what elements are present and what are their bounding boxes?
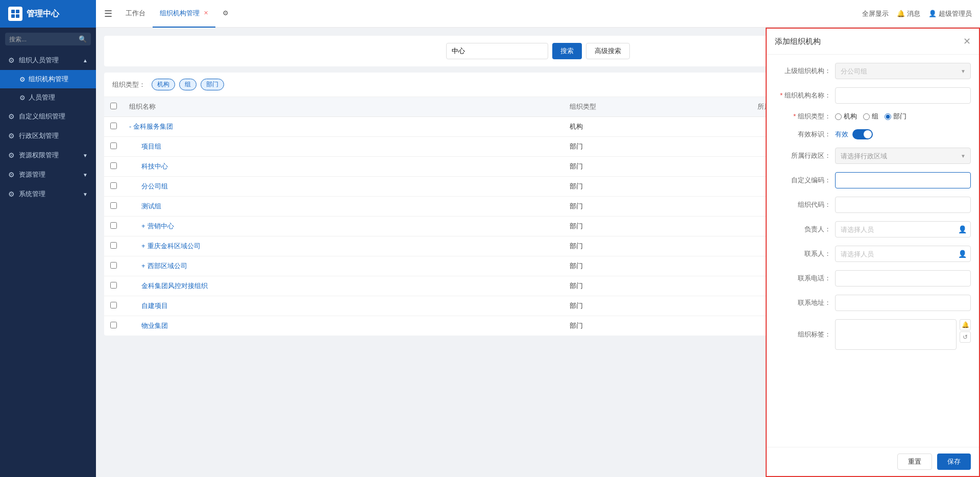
row-checkbox[interactable] bbox=[110, 302, 117, 308]
sidebar-item-org-management[interactable]: ⚙ 组织机构管理 bbox=[0, 70, 96, 88]
filter-tag-zu[interactable]: 组 bbox=[179, 79, 197, 90]
search-icon[interactable]: 🔍 bbox=[79, 35, 87, 43]
main-area: ☰ 工作台 组织机构管理 ✕ ⚙ 全屏显示 🔔 消息 👤 超级管理员 bbox=[96, 0, 980, 477]
org-name-input[interactable] bbox=[835, 87, 971, 104]
parent-org-select[interactable]: 分公司组 bbox=[835, 63, 971, 79]
advanced-search-button[interactable]: 高级搜索 bbox=[586, 43, 630, 59]
search-button[interactable]: 搜索 bbox=[552, 43, 582, 59]
custom-code-input[interactable] bbox=[835, 172, 971, 188]
chevron-up-icon: ▲ bbox=[83, 58, 88, 63]
expand-icon[interactable]: - bbox=[129, 123, 131, 130]
svg-rect-3 bbox=[16, 14, 19, 18]
org-type-cell: 部门 bbox=[564, 217, 751, 236]
row-checkbox[interactable] bbox=[110, 162, 117, 169]
phone-input[interactable] bbox=[835, 270, 971, 287]
tab-workbench[interactable]: 工作台 bbox=[118, 0, 153, 28]
filter-tag-jigou[interactable]: 机构 bbox=[152, 79, 175, 90]
hamburger-icon[interactable]: ☰ bbox=[104, 8, 112, 19]
org-type-label: 组织类型： bbox=[775, 112, 831, 121]
person-icon-contact: 👤 bbox=[958, 250, 967, 258]
org-name-link[interactable]: 重庆金科区域公司 bbox=[148, 242, 201, 250]
sidebar-item-sys-mgmt[interactable]: ⚙ 系统管理 ▼ bbox=[0, 184, 96, 204]
radio-bumen-input[interactable] bbox=[885, 113, 891, 120]
row-checkbox[interactable] bbox=[110, 142, 117, 149]
custom-code-label: 自定义编码： bbox=[775, 176, 831, 185]
filter-tag-bumen[interactable]: 部门 bbox=[201, 79, 224, 90]
radio-jigou-input[interactable] bbox=[835, 113, 842, 120]
org-name-link[interactable]: 西部区域公司 bbox=[148, 262, 187, 270]
tag-input[interactable] bbox=[835, 319, 957, 350]
address-input[interactable] bbox=[835, 295, 971, 311]
expand-icon[interactable]: + bbox=[141, 262, 145, 270]
org-type-cell: 部门 bbox=[564, 157, 751, 177]
contact-input[interactable] bbox=[835, 246, 971, 262]
row-checkbox[interactable] bbox=[110, 182, 117, 189]
org-name-link[interactable]: 营销中心 bbox=[148, 222, 174, 230]
sidebar-item-resource-perm[interactable]: ⚙ 资源权限管理 ▼ bbox=[0, 146, 96, 165]
user-button[interactable]: 👤 超级管理员 bbox=[928, 9, 972, 18]
custom-icon: ⚙ bbox=[8, 112, 15, 121]
org-name-link[interactable]: 金科集团风控对接组织 bbox=[141, 282, 208, 290]
tag-bell-icon[interactable]: 🔔 bbox=[960, 319, 971, 330]
panel-body: 上级组织机构： 分公司组 ▼ 组织机构名称： 组织类型： bbox=[767, 55, 979, 447]
owner-input-wrap: 👤 bbox=[835, 221, 971, 237]
org-name-link[interactable]: 测试组 bbox=[141, 202, 161, 210]
row-checkbox[interactable] bbox=[110, 322, 117, 328]
sidebar-item-people-management[interactable]: ⚙ 人员管理 bbox=[0, 88, 96, 107]
org-name-link[interactable]: 金科服务集团 bbox=[133, 123, 173, 130]
row-checkbox[interactable] bbox=[110, 202, 117, 209]
row-checkbox[interactable] bbox=[110, 222, 117, 229]
sidebar-item-people-label: 人员管理 bbox=[29, 93, 55, 102]
valid-toggle[interactable] bbox=[852, 129, 873, 139]
messages-button[interactable]: 🔔 消息 bbox=[897, 9, 920, 18]
district-label: 所属行政区： bbox=[775, 151, 831, 160]
org-code-input[interactable] bbox=[835, 197, 971, 213]
form-row-org-code: 组织代码： bbox=[775, 197, 971, 213]
fullscreen-button[interactable]: 全屏显示 bbox=[862, 9, 889, 18]
contact-input-wrap: 👤 bbox=[835, 246, 971, 262]
tag-refresh-icon[interactable]: ↺ bbox=[960, 331, 971, 343]
org-type-cell: 部门 bbox=[564, 276, 751, 296]
row-checkbox[interactable] bbox=[110, 242, 117, 249]
owner-label: 负责人： bbox=[775, 225, 831, 234]
sidebar-item-resource-mgmt[interactable]: ⚙ 资源管理 ▼ bbox=[0, 165, 96, 184]
select-all-checkbox[interactable] bbox=[110, 103, 117, 109]
search-input[interactable] bbox=[446, 43, 548, 59]
form-row-valid: 有效标识： 有效 bbox=[775, 129, 971, 139]
row-checkbox[interactable] bbox=[110, 123, 117, 129]
parent-org-select-wrapper: 分公司组 ▼ bbox=[835, 63, 971, 79]
gear-icon: ⚙ bbox=[8, 56, 15, 64]
sidebar-item-admin-area[interactable]: ⚙ 行政区划管理 bbox=[0, 126, 96, 146]
org-name-link[interactable]: 自建项目 bbox=[141, 302, 168, 309]
owner-input[interactable] bbox=[835, 221, 971, 237]
org-name-link[interactable]: 科技中心 bbox=[141, 162, 168, 170]
radio-zu-input[interactable] bbox=[863, 113, 870, 120]
tab-close-icon[interactable]: ✕ bbox=[204, 10, 208, 16]
sidebar-search-input[interactable] bbox=[9, 36, 76, 43]
district-select[interactable]: 请选择行政区域 bbox=[835, 148, 971, 164]
sidebar-item-org-people[interactable]: ⚙ 组织人员管理 ▲ bbox=[0, 51, 96, 70]
save-button[interactable]: 保存 bbox=[937, 454, 971, 470]
reset-button[interactable]: 重置 bbox=[897, 454, 932, 470]
org-name-link[interactable]: 物业集团 bbox=[141, 322, 168, 329]
org-name-link[interactable]: 分公司组 bbox=[141, 182, 168, 190]
radio-bumen[interactable]: 部门 bbox=[885, 112, 906, 121]
tab-settings[interactable]: ⚙ bbox=[215, 0, 236, 28]
sidebar-item-custom-org[interactable]: ⚙ 自定义组织管理 bbox=[0, 107, 96, 126]
tab-org-mgmt[interactable]: 组织机构管理 ✕ bbox=[153, 0, 215, 28]
org-name-link[interactable]: 项目组 bbox=[141, 142, 161, 150]
sidebar-search-box[interactable]: 🔍 bbox=[5, 33, 91, 45]
row-checkbox[interactable] bbox=[110, 282, 117, 289]
expand-icon[interactable]: + bbox=[141, 242, 145, 250]
add-org-panel: 添加组织机构 ✕ 上级组织机构： 分公司组 ▼ 组织机构名称： bbox=[766, 28, 980, 477]
row-checkbox[interactable] bbox=[110, 262, 117, 269]
tag-input-wrap: 🔔 ↺ bbox=[835, 319, 971, 350]
radio-jigou[interactable]: 机构 bbox=[835, 112, 857, 121]
sidebar-item-label: 组织人员管理 bbox=[19, 56, 59, 65]
expand-icon[interactable]: + bbox=[141, 222, 145, 230]
radio-zu[interactable]: 组 bbox=[863, 112, 878, 121]
svg-rect-2 bbox=[11, 14, 15, 18]
panel-close-button[interactable]: ✕ bbox=[963, 36, 971, 47]
org-type-radio-group: 机构 组 部门 bbox=[835, 112, 971, 121]
org-type-cell: 部门 bbox=[564, 296, 751, 316]
